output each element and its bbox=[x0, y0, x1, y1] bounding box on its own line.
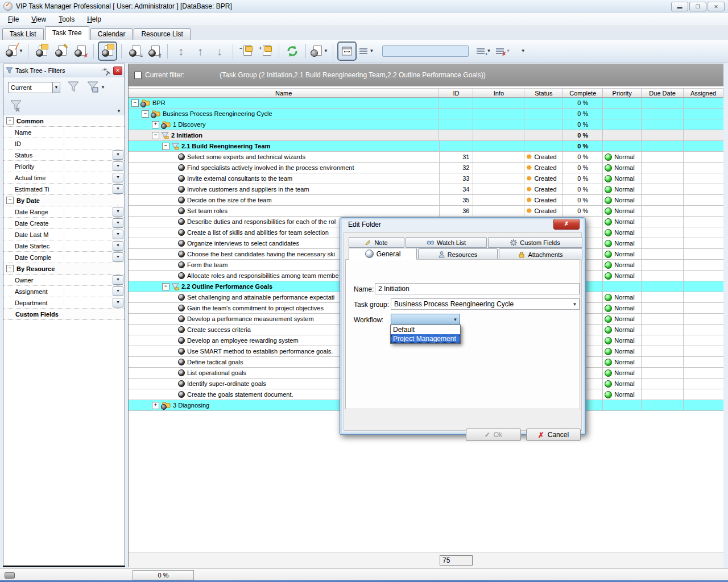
menu-tools[interactable]: Tools bbox=[59, 15, 75, 23]
tab-general[interactable]: General bbox=[349, 248, 417, 260]
current-filter-checkbox[interactable] bbox=[134, 72, 142, 79]
table-row[interactable]: − 2 Initiation 0 % bbox=[129, 130, 723, 141]
add-folder-task-button[interactable] bbox=[32, 42, 51, 60]
filter-field-date-last-m[interactable]: Date Last M▼ bbox=[3, 229, 125, 240]
column-header-complete[interactable]: Complete bbox=[563, 89, 603, 97]
chevron-down-icon[interactable]: ▼ bbox=[113, 161, 123, 171]
field-value[interactable] bbox=[64, 161, 113, 172]
clear-filter-button[interactable] bbox=[9, 99, 23, 114]
view-name-combobox[interactable] bbox=[382, 45, 469, 57]
tab-watch-list[interactable]: Watch List bbox=[406, 237, 487, 248]
field-value[interactable] bbox=[64, 240, 113, 251]
fit-columns-toggle[interactable] bbox=[337, 41, 357, 61]
filter-field-date-comple[interactable]: Date Comple▼ bbox=[3, 252, 125, 263]
refresh-button[interactable] bbox=[283, 42, 301, 60]
ok-button[interactable]: ✓ Ok bbox=[466, 429, 521, 441]
filter-section-custom-fields[interactable]: Custom Fields bbox=[3, 309, 125, 320]
table-row[interactable]: Involve customers and suppliers in the t… bbox=[129, 184, 723, 195]
field-value[interactable] bbox=[64, 149, 113, 160]
field-value[interactable] bbox=[64, 218, 113, 228]
close-button[interactable]: ✕ bbox=[708, 2, 725, 11]
table-row[interactable]: − BPR 0 % bbox=[129, 98, 723, 109]
filter-preset-combobox[interactable]: Current ▼ bbox=[8, 82, 60, 93]
move-up-button[interactable]: ↑ bbox=[191, 42, 209, 60]
chevron-down-icon[interactable]: ▼ bbox=[113, 207, 123, 217]
chevron-down-icon[interactable]: ▼ bbox=[113, 150, 123, 160]
table-row[interactable]: Set team roles 36 ✸Created 0 % Normal bbox=[129, 206, 723, 217]
move-down-button[interactable]: ↓ bbox=[210, 42, 229, 60]
field-value[interactable] bbox=[64, 275, 113, 285]
task-list-button[interactable]: ≡ bbox=[126, 42, 144, 60]
chevron-down-icon[interactable]: ▼ bbox=[113, 230, 123, 239]
tab-calendar[interactable]: Calendar bbox=[90, 28, 133, 40]
column-header-info[interactable]: Info bbox=[473, 89, 524, 97]
workflow-option-project-management[interactable]: Project Management bbox=[391, 334, 460, 343]
menu-file[interactable]: File bbox=[8, 15, 19, 23]
column-header-status[interactable]: Status bbox=[524, 89, 563, 97]
tab-task-list[interactable]: Task List bbox=[2, 28, 44, 40]
field-value[interactable] bbox=[64, 138, 125, 149]
field-value[interactable] bbox=[64, 252, 113, 263]
collapse-icon[interactable]: − bbox=[6, 197, 14, 204]
grid-views-button[interactable]: ▼ bbox=[358, 42, 376, 60]
collapse-icon[interactable]: − bbox=[152, 132, 159, 139]
filter-field-date-range[interactable]: Date Range▼ bbox=[3, 206, 125, 218]
add-task-button[interactable]: ╱ ▼ bbox=[5, 42, 24, 60]
filter-field-date-startec[interactable]: Date Startec▼ bbox=[3, 240, 125, 252]
task-group-combobox[interactable]: Business Process Reengineering Cycle ▼ bbox=[391, 298, 580, 310]
table-row[interactable]: + 1 Discovery 0 % bbox=[129, 119, 723, 130]
table-row[interactable]: Select some experts and technical wizard… bbox=[129, 152, 723, 163]
tab-custom-fields[interactable]: Custom Fields bbox=[488, 237, 582, 248]
column-header-name[interactable]: Name bbox=[129, 89, 439, 97]
apply-filter-button[interactable] bbox=[67, 81, 80, 94]
expand-all-button[interactable]: + bbox=[257, 42, 275, 60]
filter-field-status[interactable]: Status▼ bbox=[3, 149, 125, 161]
workflow-combobox[interactable]: ▼ bbox=[391, 314, 460, 325]
tab-task-tree[interactable]: Task Tree bbox=[45, 26, 89, 40]
chevron-down-icon[interactable]: ▼ bbox=[113, 173, 123, 182]
delete-view-button[interactable]: ✗ ▼ bbox=[494, 42, 512, 60]
filter-field-estimated-ti[interactable]: Estimated Ti▼ bbox=[3, 184, 125, 195]
move-up-down-button[interactable]: ↕ bbox=[172, 42, 190, 60]
tab-note[interactable]: Note bbox=[349, 237, 404, 248]
minimize-button[interactable]: ▬ bbox=[671, 2, 688, 11]
table-row[interactable]: Find specialists actively involved in th… bbox=[129, 163, 723, 173]
filters-panel-close-button[interactable]: ✕ bbox=[113, 66, 122, 75]
chevron-down-icon[interactable]: ▼ bbox=[113, 184, 123, 194]
delete-task-button[interactable]: ✗ bbox=[71, 42, 89, 60]
report-button[interactable]: ▼ bbox=[310, 42, 329, 60]
chevron-down-icon[interactable]: ▼ bbox=[113, 298, 123, 307]
field-value[interactable] bbox=[64, 206, 113, 217]
collapse-icon[interactable]: − bbox=[162, 283, 169, 290]
expand-icon[interactable]: + bbox=[152, 402, 159, 409]
filter-section-by-date[interactable]: −By Date bbox=[3, 195, 125, 206]
save-filter-button[interactable]: ▼ bbox=[86, 81, 105, 93]
filter-field-assignment[interactable]: Assignment▼ bbox=[3, 286, 125, 297]
chevron-down-icon[interactable]: ▼ bbox=[113, 275, 123, 285]
record-count-field[interactable]: 75 bbox=[440, 555, 473, 566]
table-row[interactable]: − 2.1 Build Reengineering Team 0 % bbox=[129, 141, 723, 152]
column-header-id[interactable]: ID bbox=[439, 89, 473, 97]
collapse-icon[interactable]: − bbox=[6, 265, 14, 272]
field-value[interactable] bbox=[64, 127, 125, 138]
expand-icon[interactable]: + bbox=[152, 121, 159, 128]
column-header-assigned[interactable]: Assigned bbox=[684, 89, 723, 97]
filters-toolbar-overflow-icon[interactable]: ▼ bbox=[117, 109, 121, 114]
restore-button[interactable]: ❐ bbox=[689, 2, 706, 11]
filter-section-common[interactable]: −Common bbox=[3, 115, 125, 127]
cancel-button[interactable]: ✗ Cancel bbox=[526, 429, 581, 441]
menu-help[interactable]: Help bbox=[87, 15, 101, 23]
workflow-option-default[interactable]: Default bbox=[391, 325, 460, 334]
filter-field-name[interactable]: Name bbox=[3, 127, 125, 138]
filter-field-id[interactable]: ID bbox=[3, 138, 125, 149]
collapse-icon[interactable]: − bbox=[142, 110, 149, 118]
tab-resources[interactable]: Resources bbox=[418, 248, 498, 260]
field-value[interactable] bbox=[64, 229, 113, 240]
pin-icon[interactable]: 📌︎┳ bbox=[100, 65, 112, 77]
column-header-priority[interactable]: Priority bbox=[603, 89, 642, 97]
tab-attachments[interactable]: Attachments bbox=[499, 248, 582, 260]
collapse-icon[interactable]: − bbox=[162, 143, 169, 150]
filter-field-date-create[interactable]: Date Create▼ bbox=[3, 218, 125, 229]
edit-task-button[interactable]: ✎ bbox=[52, 42, 70, 60]
field-value[interactable] bbox=[64, 297, 113, 308]
